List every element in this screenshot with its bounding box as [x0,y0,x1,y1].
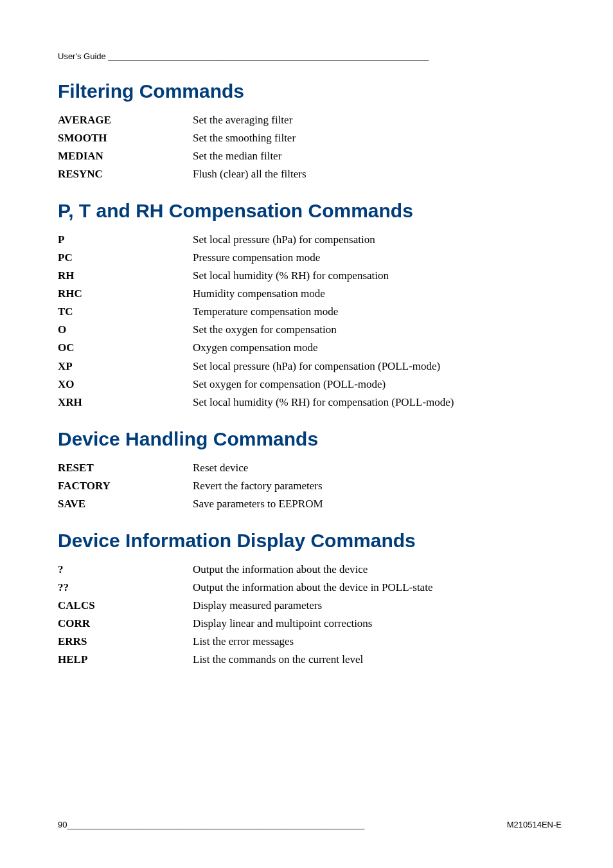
cmd-name: P [58,231,193,249]
command-table-compensation: PSet local pressure (hPa) for compensati… [58,231,562,411]
cmd-name: AVERAGE [58,111,193,129]
cmd-name: XP [58,357,193,375]
section-heading: P, T and RH Compensation Commands [58,200,562,222]
table-row: ??Output the information about the devic… [58,579,562,597]
table-row: HELPList the commands on the current lev… [58,651,562,669]
cmd-desc: Save parameters to EEPROM [193,495,562,513]
command-table-device-handling: RESETReset device FACTORYRevert the fact… [58,459,562,513]
cmd-name: MEDIAN [58,147,193,165]
cmd-name: XO [58,375,193,393]
cmd-desc: Set oxygen for compensation (POLL-mode) [193,375,562,393]
table-row: XOSet oxygen for compensation (POLL-mode… [58,375,562,393]
cmd-desc: Display linear and multipoint correction… [193,615,562,633]
table-row: CALCSDisplay measured parameters [58,597,562,615]
table-row: XRHSet local humidity (% RH) for compens… [58,393,562,411]
cmd-desc: Temperature compensation mode [193,303,562,321]
table-row: OSet the oxygen for compensation [58,321,562,339]
cmd-desc: Output the information about the device [193,561,562,579]
page-number: 90 [58,820,67,829]
table-row: CORRDisplay linear and multipoint correc… [58,615,562,633]
command-table-filtering: AVERAGESet the averaging filter SMOOTHSe… [58,111,562,183]
cmd-desc: Oxygen compensation mode [193,339,562,357]
table-row: MEDIANSet the median filter [58,147,562,165]
cmd-desc: Revert the factory parameters [193,477,562,495]
cmd-name: RH [58,267,193,285]
table-row: RESETReset device [58,459,562,477]
cmd-desc: Set local pressure (hPa) for compensatio… [193,231,562,249]
cmd-desc: Set the smoothing filter [193,129,562,147]
cmd-name: ? [58,561,193,579]
table-row: OCOxygen compensation mode [58,339,562,357]
cmd-desc: Set local humidity (% RH) for compensati… [193,267,562,285]
cmd-name: O [58,321,193,339]
cmd-name: TC [58,303,193,321]
document-id: M210514EN-E [507,820,562,829]
cmd-desc: Display measured parameters [193,597,562,615]
cmd-desc: Set local pressure (hPa) for compensatio… [193,357,562,375]
cmd-name: ?? [58,579,193,597]
table-row: RHSet local humidity (% RH) for compensa… [58,267,562,285]
cmd-name: FACTORY [58,477,193,495]
cmd-desc: List the commands on the current level [193,651,562,669]
cmd-desc: Pressure compensation mode [193,249,562,267]
cmd-desc: Set the median filter [193,147,562,165]
table-row: FACTORYRevert the factory parameters [58,477,562,495]
cmd-name: OC [58,339,193,357]
cmd-name: ERRS [58,633,193,651]
cmd-name: RESYNC [58,165,193,183]
section-heading: Device Handling Commands [58,428,562,450]
cmd-name: SAVE [58,495,193,513]
cmd-name: CALCS [58,597,193,615]
cmd-name: RESET [58,459,193,477]
table-row: ?Output the information about the device [58,561,562,579]
footer-fill: ________________________________________… [67,820,506,829]
table-row: RESYNCFlush (clear) all the filters [58,165,562,183]
cmd-name: PC [58,249,193,267]
cmd-desc: Humidity compensation mode [193,285,562,303]
table-row: RHCHumidity compensation mode [58,285,562,303]
cmd-name: CORR [58,615,193,633]
cmd-desc: List the error messages [193,633,562,651]
cmd-name: HELP [58,651,193,669]
command-table-device-info: ?Output the information about the device… [58,561,562,669]
table-row: PCPressure compensation mode [58,249,562,267]
cmd-name: SMOOTH [58,129,193,147]
table-row: SMOOTHSet the smoothing filter [58,129,562,147]
table-row: TCTemperature compensation mode [58,303,562,321]
cmd-desc: Reset device [193,459,562,477]
table-row: XPSet local pressure (hPa) for compensat… [58,357,562,375]
cmd-name: XRH [58,393,193,411]
table-row: AVERAGESet the averaging filter [58,111,562,129]
table-row: ERRSList the error messages [58,633,562,651]
table-row: SAVESave parameters to EEPROM [58,495,562,513]
section-heading: Filtering Commands [58,80,562,102]
cmd-desc: Set local humidity (% RH) for compensati… [193,393,562,411]
cmd-desc: Set the oxygen for compensation [193,321,562,339]
table-row: PSet local pressure (hPa) for compensati… [58,231,562,249]
cmd-name: RHC [58,285,193,303]
section-heading: Device Information Display Commands [58,530,562,552]
cmd-desc: Flush (clear) all the filters [193,165,562,183]
cmd-desc: Output the information about the device … [193,579,562,597]
page-footer: 90 _____________________________________… [58,820,562,829]
cmd-desc: Set the averaging filter [193,111,562,129]
running-head: User's Guide ___________________________… [58,51,562,61]
